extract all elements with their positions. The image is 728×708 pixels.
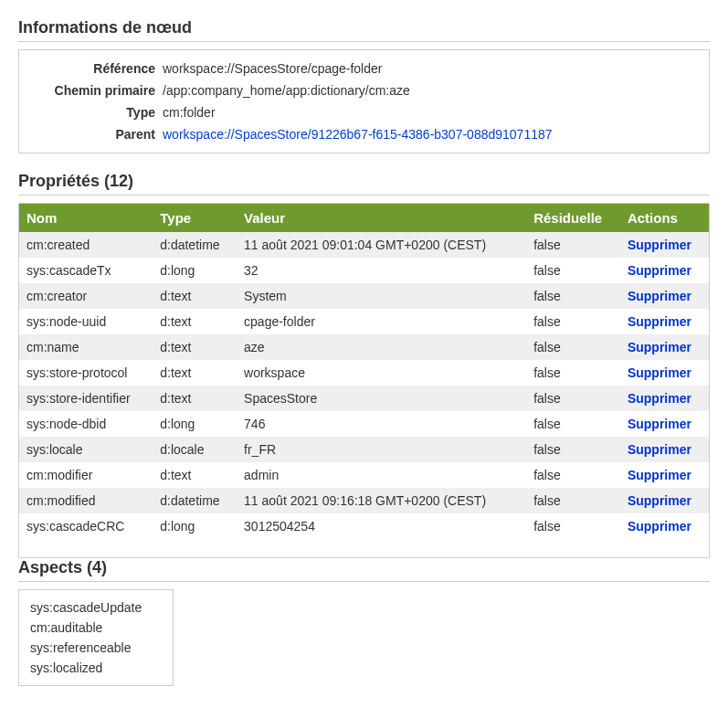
prop-residual: false	[526, 360, 620, 386]
prop-value: 32	[237, 258, 526, 283]
prop-type: d:text	[153, 462, 237, 488]
prop-name: cm:created	[19, 232, 153, 258]
prop-value: workspace	[237, 360, 526, 386]
prop-value: 11 août 2021 09:16:18 GMT+0200 (CEST)	[237, 488, 526, 513]
table-row: sys:store-protocold:textworkspacefalseSu…	[19, 360, 709, 386]
delete-link[interactable]: Supprimer	[628, 391, 691, 406]
prop-name: sys:node-uuid	[19, 309, 153, 334]
primary-path-value: /app:company_home/app:dictionary/cm:aze	[163, 83, 698, 98]
delete-link[interactable]: Supprimer	[628, 442, 691, 457]
prop-name: sys:store-identifier	[19, 386, 153, 411]
aspects-title: Aspects (4)	[18, 558, 710, 582]
prop-residual: false	[526, 488, 620, 513]
aspects-box: sys:cascadeUpdatecm:auditablesys:referen…	[18, 589, 174, 686]
table-row: sys:node-dbidd:long746falseSupprimer	[19, 411, 709, 437]
delete-link[interactable]: Supprimer	[628, 468, 691, 482]
delete-link[interactable]: Supprimer	[628, 417, 691, 431]
col-residual: Résiduelle	[526, 204, 620, 232]
aspect-item: sys:referenceable	[30, 638, 162, 658]
prop-residual: false	[526, 411, 620, 437]
prop-name: cm:modifier	[19, 462, 153, 488]
prop-value: fr_FR	[237, 437, 526, 462]
aspect-item: sys:localized	[30, 658, 162, 678]
prop-residual: false	[526, 334, 620, 360]
table-row: cm:createdd:datetime11 août 2021 09:01:0…	[19, 232, 709, 258]
table-row: cm:modifierd:textadminfalseSupprimer	[19, 462, 709, 488]
prop-name: sys:locale	[19, 437, 153, 462]
prop-type: d:locale	[153, 437, 237, 462]
delete-link[interactable]: Supprimer	[628, 365, 691, 380]
prop-residual: false	[526, 258, 620, 283]
prop-residual: false	[526, 232, 620, 258]
table-row: sys:store-identifierd:textSpacesStorefal…	[19, 386, 709, 411]
col-value: Valeur	[237, 204, 526, 232]
delete-link[interactable]: Supprimer	[628, 519, 691, 534]
reference-label: Référence	[30, 61, 163, 76]
prop-value: 3012504254	[237, 513, 526, 539]
prop-name: sys:store-protocol	[19, 360, 153, 386]
col-actions: Actions	[620, 204, 709, 232]
prop-residual: false	[526, 513, 620, 539]
delete-link[interactable]: Supprimer	[628, 289, 691, 303]
prop-type: d:text	[153, 334, 237, 360]
prop-value: 11 août 2021 09:01:04 GMT+0200 (CEST)	[237, 232, 526, 258]
node-info-title: Informations de nœud	[18, 18, 710, 42]
prop-type: d:long	[153, 513, 237, 539]
table-row: cm:creatord:textSystemfalseSupprimer	[19, 283, 709, 309]
aspect-item: cm:auditable	[30, 618, 162, 638]
table-row: cm:modifiedd:datetime11 août 2021 09:16:…	[19, 488, 709, 513]
parent-link[interactable]: workspace://SpacesStore/91226b67-f615-43…	[163, 127, 553, 142]
prop-name: cm:creator	[19, 283, 153, 309]
type-value: cm:folder	[163, 105, 698, 120]
col-name: Nom	[19, 204, 153, 232]
properties-title: Propriétés (12)	[18, 172, 710, 195]
prop-type: d:long	[153, 258, 237, 283]
prop-name: sys:cascadeTx	[19, 258, 153, 283]
prop-name: cm:name	[19, 334, 153, 360]
prop-type: d:text	[153, 283, 237, 309]
prop-type: d:long	[153, 411, 237, 437]
node-info-box: Référence workspace://SpacesStore/cpage-…	[18, 49, 710, 153]
prop-value: 746	[237, 411, 526, 437]
delete-link[interactable]: Supprimer	[628, 263, 691, 278]
prop-type: d:text	[153, 309, 237, 334]
table-row: sys:cascadeTxd:long32falseSupprimer	[19, 258, 709, 283]
table-row: sys:cascadeCRCd:long3012504254falseSuppr…	[19, 513, 709, 539]
table-row: cm:named:textazefalseSupprimer	[19, 334, 709, 360]
prop-value: SpacesStore	[237, 386, 526, 411]
parent-label: Parent	[30, 127, 163, 142]
aspect-item: sys:cascadeUpdate	[30, 597, 162, 618]
reference-value: workspace://SpacesStore/cpage-folder	[163, 61, 698, 76]
prop-type: d:text	[153, 360, 237, 386]
prop-type: d:datetime	[153, 232, 237, 258]
prop-residual: false	[526, 309, 620, 334]
prop-type: d:datetime	[153, 488, 237, 513]
prop-type: d:text	[153, 386, 237, 411]
type-label: Type	[30, 105, 163, 120]
table-row: sys:node-uuidd:textcpage-folderfalseSupp…	[19, 309, 709, 334]
delete-link[interactable]: Supprimer	[628, 340, 691, 354]
prop-value: aze	[237, 334, 526, 360]
prop-residual: false	[526, 386, 620, 411]
prop-residual: false	[526, 283, 620, 309]
primary-path-label: Chemin primaire	[30, 83, 163, 98]
prop-residual: false	[526, 437, 620, 462]
properties-table: Nom Type Valeur Résiduelle Actions cm:cr…	[19, 204, 709, 539]
delete-link[interactable]: Supprimer	[628, 238, 691, 252]
prop-residual: false	[526, 462, 620, 488]
prop-name: cm:modified	[19, 488, 153, 513]
table-row: sys:localed:localefr_FRfalseSupprimer	[19, 437, 709, 462]
delete-link[interactable]: Supprimer	[628, 493, 691, 508]
prop-name: sys:cascadeCRC	[19, 513, 153, 539]
prop-value: cpage-folder	[237, 309, 526, 334]
prop-name: sys:node-dbid	[19, 411, 153, 437]
prop-value: System	[237, 283, 526, 309]
col-type: Type	[153, 204, 237, 232]
prop-value: admin	[237, 462, 526, 488]
delete-link[interactable]: Supprimer	[628, 314, 691, 329]
